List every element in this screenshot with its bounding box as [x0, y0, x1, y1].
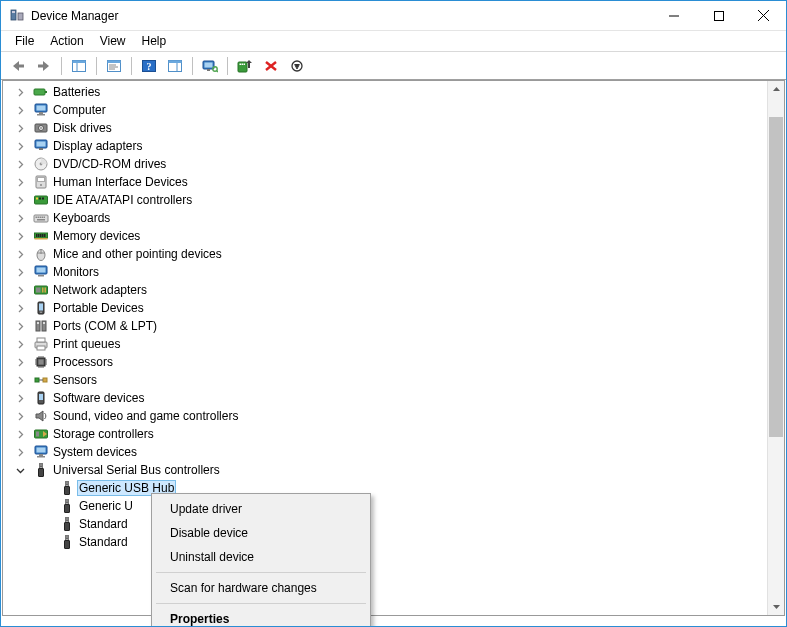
- menu-action[interactable]: Action: [42, 32, 91, 50]
- scroll-up-icon[interactable]: [768, 81, 785, 98]
- chevron-right-icon[interactable]: [14, 158, 27, 171]
- scroll-thumb[interactable]: [769, 117, 783, 437]
- device-tree[interactable]: BatteriesComputerDisk drivesDisplay adap…: [3, 81, 767, 615]
- scan-for-hardware-changes-button[interactable]: [199, 55, 221, 77]
- svg-rect-24: [207, 69, 210, 71]
- tree-node[interactable]: Mice and other pointing devices: [5, 245, 767, 263]
- close-button[interactable]: [741, 1, 786, 30]
- tree-node-label: Sensors: [53, 373, 97, 387]
- disable-device-button[interactable]: [286, 55, 308, 77]
- context-menu-item[interactable]: Properties: [154, 607, 368, 627]
- update-driver-button[interactable]: [234, 55, 256, 77]
- chevron-right-icon[interactable]: [14, 194, 27, 207]
- svg-rect-89: [37, 346, 45, 350]
- tree-node[interactable]: DVD/CD-ROM drives: [5, 155, 767, 173]
- svg-rect-64: [38, 234, 40, 237]
- tree-node[interactable]: Portable Devices: [5, 299, 767, 317]
- chevron-right-icon[interactable]: [14, 284, 27, 297]
- vertical-scrollbar[interactable]: [767, 81, 784, 615]
- svg-rect-130: [66, 520, 68, 521]
- chevron-right-icon[interactable]: [14, 428, 27, 441]
- tree-node[interactable]: Processors: [5, 353, 767, 371]
- chevron-right-icon[interactable]: [14, 320, 27, 333]
- tree-node[interactable]: System devices: [5, 443, 767, 461]
- tree-node[interactable]: Human Interface Devices: [5, 173, 767, 191]
- forward-button[interactable]: [33, 55, 55, 77]
- tree-node[interactable]: Batteries: [5, 83, 767, 101]
- chevron-right-icon[interactable]: [14, 176, 27, 189]
- tree-node-label: Sound, video and game controllers: [53, 409, 238, 423]
- tree-node-label: Generic U: [79, 499, 133, 513]
- chevron-right-icon[interactable]: [14, 266, 27, 279]
- tree-node[interactable]: IDE ATA/ATAPI controllers: [5, 191, 767, 209]
- tree-node[interactable]: Sensors: [5, 371, 767, 389]
- tree-node[interactable]: Generic U: [5, 497, 767, 515]
- svg-rect-105: [43, 378, 47, 382]
- tree-node[interactable]: Standard: [5, 515, 767, 533]
- svg-rect-59: [42, 217, 44, 219]
- minimize-button[interactable]: [651, 1, 696, 30]
- chevron-right-icon[interactable]: [14, 212, 27, 225]
- tree-node[interactable]: Ports (COM & LPT): [5, 317, 767, 335]
- tree-node[interactable]: Sound, video and game controllers: [5, 407, 767, 425]
- svg-rect-113: [39, 454, 43, 456]
- help-button[interactable]: ?: [138, 55, 160, 77]
- tree-node[interactable]: Disk drives: [5, 119, 767, 137]
- show-hide-console-tree-button[interactable]: [68, 55, 90, 77]
- scroll-down-icon[interactable]: [768, 598, 785, 615]
- svg-rect-110: [36, 432, 39, 437]
- svg-rect-51: [35, 196, 48, 204]
- svg-rect-124: [65, 505, 70, 513]
- tree-node[interactable]: Software devices: [5, 389, 767, 407]
- context-menu-item[interactable]: Scan for hardware changes: [154, 576, 368, 600]
- chevron-right-icon[interactable]: [14, 140, 27, 153]
- svg-rect-79: [45, 288, 46, 293]
- titlebar[interactable]: Device Manager: [1, 1, 786, 31]
- context-menu-item[interactable]: Disable device: [154, 521, 368, 545]
- chevron-right-icon[interactable]: [14, 104, 27, 117]
- back-button[interactable]: [7, 55, 29, 77]
- tree-node[interactable]: Monitors: [5, 263, 767, 281]
- svg-rect-104: [35, 378, 39, 382]
- tree-node[interactable]: Network adapters: [5, 281, 767, 299]
- chevron-right-icon[interactable]: [14, 374, 27, 387]
- menu-file[interactable]: File: [7, 32, 42, 50]
- printer-icon: [33, 336, 49, 352]
- tree-node[interactable]: Generic USB Hub: [5, 479, 767, 497]
- tree-node[interactable]: Memory devices: [5, 227, 767, 245]
- context-menu-item[interactable]: Update driver: [154, 497, 368, 521]
- chevron-right-icon[interactable]: [14, 338, 27, 351]
- menu-help[interactable]: Help: [134, 32, 175, 50]
- properties-button[interactable]: [103, 55, 125, 77]
- chevron-right-icon[interactable]: [14, 122, 27, 135]
- window-controls: [651, 1, 786, 30]
- context-menu-item[interactable]: Uninstall device: [154, 545, 368, 569]
- menu-view[interactable]: View: [92, 32, 134, 50]
- chevron-down-icon[interactable]: [14, 464, 27, 477]
- tree-node[interactable]: Keyboards: [5, 209, 767, 227]
- uninstall-device-button[interactable]: [260, 55, 282, 77]
- chevron-right-icon[interactable]: [14, 446, 27, 459]
- maximize-button[interactable]: [696, 1, 741, 30]
- svg-rect-114: [37, 456, 45, 458]
- tree-node[interactable]: Storage controllers: [5, 425, 767, 443]
- tree-node[interactable]: Standard: [5, 533, 767, 551]
- chevron-right-icon[interactable]: [14, 392, 27, 405]
- svg-rect-118: [40, 466, 42, 467]
- tree-node[interactable]: Display adapters: [5, 137, 767, 155]
- tree-node[interactable]: Print queues: [5, 335, 767, 353]
- chevron-right-icon[interactable]: [14, 356, 27, 369]
- chevron-right-icon[interactable]: [14, 86, 27, 99]
- chevron-right-icon[interactable]: [14, 302, 27, 315]
- chevron-right-icon[interactable]: [14, 410, 27, 423]
- action-pane-button[interactable]: [164, 55, 186, 77]
- svg-rect-116: [39, 469, 44, 477]
- chevron-right-icon[interactable]: [14, 248, 27, 261]
- tree-node[interactable]: Universal Serial Bus controllers: [5, 461, 767, 479]
- tree-node-label: Universal Serial Bus controllers: [53, 463, 220, 477]
- tree-node-label: Mice and other pointing devices: [53, 247, 222, 261]
- chevron-right-icon[interactable]: [14, 230, 27, 243]
- tree-node[interactable]: Computer: [5, 101, 767, 119]
- svg-rect-52: [36, 198, 38, 200]
- svg-rect-28: [240, 63, 242, 65]
